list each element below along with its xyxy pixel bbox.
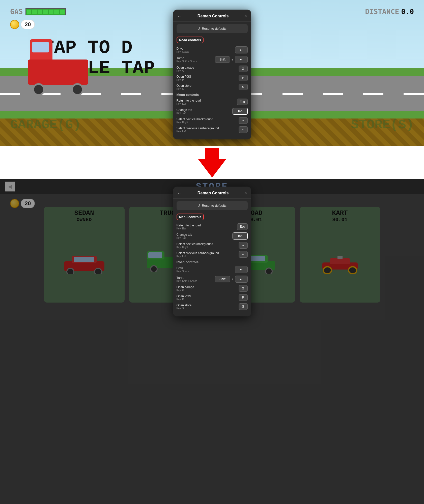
- top-prev-key[interactable]: ←: [239, 126, 248, 133]
- top-menu-section-header: Menu controls: [177, 93, 248, 97]
- top-control-prev: Select previous car/background Key: Left…: [177, 126, 248, 133]
- top-turbo-name: Turbo: [177, 56, 197, 60]
- top-modal-back-button[interactable]: ←: [177, 13, 182, 19]
- bottom-store-hint: Key: S: [177, 307, 191, 310]
- top-garage-key[interactable]: G: [239, 66, 248, 72]
- top-modal-header: ← Remap Controls ×: [173, 10, 251, 22]
- bottom-pgs-name: Open PGS: [177, 294, 191, 298]
- bottom-control-prev-info: Select previous car/background Key: Left: [177, 251, 219, 258]
- bottom-menu-section-header: Menu controls: [177, 214, 248, 223]
- top-control-pgs-info: Open PGS Key: P: [177, 75, 191, 81]
- top-next-key[interactable]: →: [239, 117, 248, 124]
- bottom-turbo-hint: Key: Shift + Space: [177, 280, 197, 282]
- bottom-reset-button[interactable]: ↺ Reset to defaults: [177, 201, 248, 210]
- bottom-pgs-key[interactable]: P: [239, 294, 248, 301]
- top-control-garage: Open garage Key: G G: [177, 66, 248, 72]
- bottom-changetab-name: Change tab: [177, 233, 192, 236]
- bottom-control-store: Open store Key: S S: [177, 303, 248, 310]
- top-store-name: Open store: [177, 84, 191, 87]
- top-store-key[interactable]: S: [239, 84, 248, 90]
- top-turbo-key-shift[interactable]: Shift: [215, 56, 230, 63]
- bottom-control-changetab-info: Change tab Key: Tab: [177, 233, 192, 239]
- top-changetab-key[interactable]: Tab: [233, 108, 248, 115]
- top-control-return: Return to the road Key: Esc Esc: [177, 99, 248, 105]
- top-drive-key[interactable]: ↵: [235, 46, 248, 53]
- top-modal-body: ↺ Reset to defaults Road controls Drive …: [173, 22, 251, 139]
- bottom-reset-icon: ↺: [197, 204, 200, 207]
- bottom-turbo-key-enter[interactable]: ↵: [235, 276, 248, 283]
- plus-icon: +: [232, 58, 234, 62]
- top-pgs-hint: Key: P: [177, 78, 191, 81]
- top-return-name: Return to the road: [177, 99, 201, 102]
- store-screen: ◀ STORE 20 SEDAN OWNED TRUCK: [0, 179, 424, 504]
- bottom-road-section-header: Road controls: [177, 260, 248, 264]
- bottom-control-prev: Select previous car/background Key: Left…: [177, 251, 248, 258]
- top-control-turbo-info: Turbo Key: Shift + Space: [177, 56, 197, 63]
- arrow-stem: [205, 148, 219, 159]
- bottom-modal-close-button[interactable]: ×: [244, 190, 247, 196]
- bottom-turbo-name: Turbo: [177, 276, 197, 280]
- top-control-store: Open store Key: S S: [177, 84, 248, 90]
- bottom-garage-key[interactable]: G: [239, 285, 248, 292]
- game-screen-top: GAS DISTANCE 0.0 20 TAP TO D DOUBLE TAP: [0, 0, 424, 146]
- top-store-hint: Key: S: [177, 87, 191, 90]
- bottom-changetab-key[interactable]: Tab: [233, 232, 248, 240]
- bottom-control-pgs-info: Open PGS Key: P: [177, 294, 191, 301]
- bottom-turbo-keys: Shift + ↵: [215, 276, 248, 283]
- bottom-menu-section-label: Menu controls: [177, 214, 204, 220]
- top-next-hint: Key: Right: [177, 121, 213, 124]
- top-control-changetab: Change tab Key: Tab Tab: [177, 108, 248, 115]
- top-control-drive-info: Drive Key: Space: [177, 47, 189, 53]
- top-control-drive: Drive Key: Space ↵: [177, 46, 248, 53]
- bottom-modal-body: ↺ Reset to defaults Menu controls Return…: [173, 199, 251, 316]
- bottom-drive-hint: Key: Space: [177, 270, 189, 273]
- bottom-control-next: Select next car/background Key: Right →: [177, 242, 248, 249]
- bottom-modal-title: Remap Controls: [197, 191, 229, 195]
- top-control-return-info: Return to the road Key: Esc: [177, 99, 201, 105]
- top-modal-title: Remap Controls: [197, 14, 229, 18]
- bottom-reset-label: Reset to defaults: [202, 204, 227, 207]
- top-return-hint: Key: Esc: [177, 102, 201, 105]
- bottom-prev-key[interactable]: ←: [239, 251, 248, 258]
- bottom-control-changetab: Change tab Key: Tab Tab: [177, 232, 248, 240]
- bottom-control-garage: Open garage Key: G G: [177, 285, 248, 292]
- bottom-turbo-key-shift[interactable]: Shift: [215, 276, 230, 282]
- top-control-changetab-info: Change tab Key: Tab: [177, 108, 192, 114]
- bottom-prev-hint: Key: Left: [177, 255, 219, 258]
- top-control-garage-info: Open garage Key: G: [177, 66, 194, 72]
- bottom-garage-hint: Key: G: [177, 289, 194, 292]
- top-control-pgs: Open PGS Key: P P: [177, 75, 248, 81]
- top-modal-close-button[interactable]: ×: [244, 13, 247, 19]
- bottom-drive-key[interactable]: ↵: [235, 266, 248, 273]
- bottom-return-key[interactable]: Esc: [237, 223, 247, 230]
- bottom-control-turbo: Turbo Key: Shift + Space Shift + ↵: [177, 276, 248, 283]
- bottom-modal-back-button[interactable]: ←: [177, 190, 182, 196]
- bottom-store-key[interactable]: S: [239, 303, 248, 310]
- top-pgs-key[interactable]: P: [239, 75, 248, 81]
- top-modal: ← Remap Controls × ↺ Reset to defaults R…: [173, 10, 251, 139]
- top-turbo-keys: Shift + ↵: [215, 56, 248, 63]
- top-control-store-info: Open store Key: S: [177, 84, 191, 90]
- bottom-plus-icon: +: [232, 277, 234, 281]
- arrow-head: [198, 159, 226, 177]
- bottom-next-hint: Key: Right: [177, 246, 213, 249]
- top-drive-hint: Key: Space: [177, 50, 189, 53]
- bottom-control-garage-info: Open garage Key: G: [177, 285, 194, 292]
- top-prev-name: Select previous car/background: [177, 127, 219, 130]
- top-turbo-key-enter[interactable]: ↵: [235, 56, 248, 63]
- bottom-next-name: Select next car/background: [177, 242, 213, 246]
- bottom-next-key[interactable]: →: [239, 242, 248, 249]
- bottom-control-store-info: Open store Key: S: [177, 304, 191, 310]
- reset-label: Reset to defaults: [202, 27, 227, 31]
- bottom-control-drive: Drive Key: Space ↵: [177, 266, 248, 273]
- top-control-prev-info: Select previous car/background Key: Left: [177, 127, 219, 133]
- top-return-key[interactable]: Esc: [237, 99, 247, 105]
- bottom-drive-name: Drive: [177, 266, 189, 270]
- top-next-name: Select next car/background: [177, 117, 213, 121]
- top-pgs-name: Open PGS: [177, 75, 191, 78]
- red-arrow-container: [198, 148, 226, 177]
- bottom-control-pgs: Open PGS Key: P P: [177, 294, 248, 301]
- top-road-section-header: Road controls: [177, 37, 248, 46]
- reset-icon: ↺: [197, 27, 200, 31]
- top-reset-button[interactable]: ↺ Reset to defaults: [177, 24, 248, 33]
